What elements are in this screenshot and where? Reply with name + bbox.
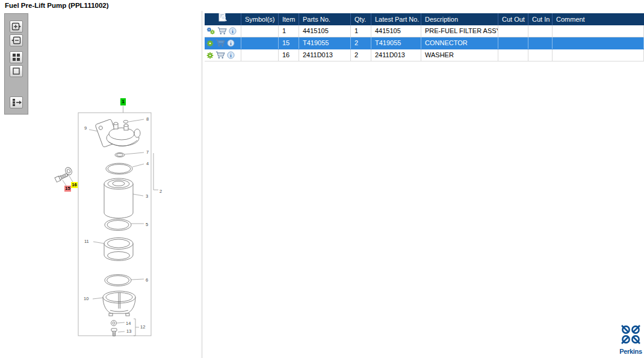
- column-header-parts-no[interactable]: Parts No.: [299, 13, 351, 25]
- cell-parts-no: 2411D013: [299, 49, 351, 61]
- cell-qty: 2: [351, 37, 371, 49]
- cell-comment: [553, 25, 644, 37]
- row-actions: i: [205, 49, 241, 61]
- cell-item: 1: [279, 25, 299, 37]
- column-header-cut-out[interactable]: Cut Out: [498, 13, 528, 25]
- exploded-view-drawing: [51, 93, 175, 344]
- actual-size-icon: [11, 66, 21, 76]
- cell-comment: [553, 49, 644, 61]
- callout-16: 16: [71, 182, 78, 188]
- callout-9: 9: [84, 125, 87, 131]
- app-window: Fuel Pre-Lift Pump (PPL111002): [0, 0, 644, 358]
- callout-11: 11: [84, 239, 89, 244]
- cell-description: CONNECTOR: [421, 37, 498, 49]
- cell-cut-in: [528, 49, 553, 61]
- zoom-out-icon: [11, 36, 22, 45]
- cell-cut-out: [498, 25, 528, 37]
- fit-view-button[interactable]: [10, 51, 23, 63]
- callout-2: 2: [159, 189, 162, 194]
- info-icon[interactable]: i: [227, 39, 235, 47]
- table-search-column-header[interactable]: [205, 13, 241, 25]
- column-header-qty[interactable]: Qty.: [351, 13, 371, 25]
- column-header-symbols[interactable]: Symbol(s): [241, 13, 279, 25]
- gear-add-icon[interactable]: [206, 27, 215, 35]
- cell-item: 16: [279, 49, 299, 61]
- perkins-logo: Perkins: [616, 324, 644, 355]
- panel-divider[interactable]: [201, 11, 203, 358]
- callout-8: 8: [146, 116, 149, 122]
- info-icon[interactable]: i: [227, 51, 235, 59]
- row-actions: i: [205, 37, 241, 49]
- cell-symbols: [241, 25, 279, 37]
- cell-latest-part-no: 4415105: [371, 25, 421, 37]
- zoom-in-button[interactable]: [10, 20, 23, 33]
- callout-15: 15: [64, 186, 71, 192]
- toggle-panel-icon: [11, 98, 22, 107]
- parts-table-body: i1441510514415105PRE-FUEL FILTER ASSYi15…: [205, 25, 644, 61]
- cell-qty: 1: [351, 25, 371, 37]
- cell-qty: 2: [351, 49, 371, 61]
- page-title: Fuel Pre-Lift Pump (PPL111002): [5, 2, 109, 9]
- cell-item: 15: [279, 37, 299, 49]
- cell-description: PRE-FUEL FILTER ASSY: [421, 25, 498, 37]
- perkins-logo-icon: [620, 337, 642, 347]
- callout-1: 1: [120, 98, 126, 105]
- callout-12: 12: [140, 324, 145, 330]
- add-to-cart-icon[interactable]: [217, 27, 227, 35]
- column-header-comment[interactable]: Comment: [553, 13, 644, 25]
- table-row[interactable]: i162411D01322411D013WASHER: [205, 49, 644, 61]
- cell-latest-part-no: 2411D013: [371, 49, 421, 61]
- cell-cut-out: [498, 37, 528, 49]
- callout-6: 6: [146, 277, 148, 283]
- gear-icon[interactable]: [206, 40, 214, 47]
- callout-4: 4: [146, 161, 149, 166]
- add-to-cart-icon[interactable]: [215, 39, 225, 47]
- perkins-logo-text: Perkins: [616, 348, 644, 355]
- cell-latest-part-no: T419055: [371, 37, 421, 49]
- cell-cut-in: [528, 37, 553, 49]
- cell-symbols: [241, 49, 279, 61]
- cell-symbols: [241, 37, 279, 49]
- row-actions: i: [205, 25, 241, 37]
- actual-size-button[interactable]: [10, 65, 23, 77]
- cell-cut-out: [498, 49, 528, 61]
- parts-table: Symbol(s) Item Parts No. Qty. Latest Par…: [205, 13, 644, 61]
- add-to-cart-icon[interactable]: [215, 51, 225, 59]
- toggle-panel-button[interactable]: [10, 96, 23, 108]
- table-row[interactable]: i15T4190552T419055CONNECTOR: [205, 37, 644, 49]
- parts-table-header: Symbol(s) Item Parts No. Qty. Latest Par…: [205, 13, 644, 25]
- column-header-description[interactable]: Description: [421, 13, 498, 25]
- callout-5: 5: [146, 222, 148, 227]
- diagram-toolbar: [4, 13, 28, 115]
- cell-cut-in: [528, 25, 553, 37]
- column-header-latest-part-no[interactable]: Latest Part No.: [371, 13, 421, 25]
- info-icon[interactable]: i: [229, 27, 237, 35]
- callout-10: 10: [84, 296, 88, 301]
- callout-13: 13: [126, 328, 131, 334]
- gear-icon[interactable]: [206, 52, 214, 59]
- zoom-out-button[interactable]: [10, 34, 23, 46]
- table-search-icon: [218, 13, 228, 25]
- callout-3: 3: [146, 193, 148, 199]
- cell-parts-no: T419055: [299, 37, 351, 49]
- cell-description: WASHER: [421, 49, 498, 61]
- column-header-cut-in[interactable]: Cut In: [528, 13, 553, 25]
- cell-comment: [553, 37, 644, 49]
- column-header-item[interactable]: Item: [279, 13, 299, 25]
- zoom-in-icon: [11, 22, 22, 31]
- fit-view-icon: [11, 52, 21, 62]
- table-row[interactable]: i1441510514415105PRE-FUEL FILTER ASSY: [205, 25, 644, 37]
- callout-7: 7: [146, 149, 149, 155]
- cell-parts-no: 4415105: [299, 25, 351, 37]
- callout-14: 14: [126, 321, 131, 326]
